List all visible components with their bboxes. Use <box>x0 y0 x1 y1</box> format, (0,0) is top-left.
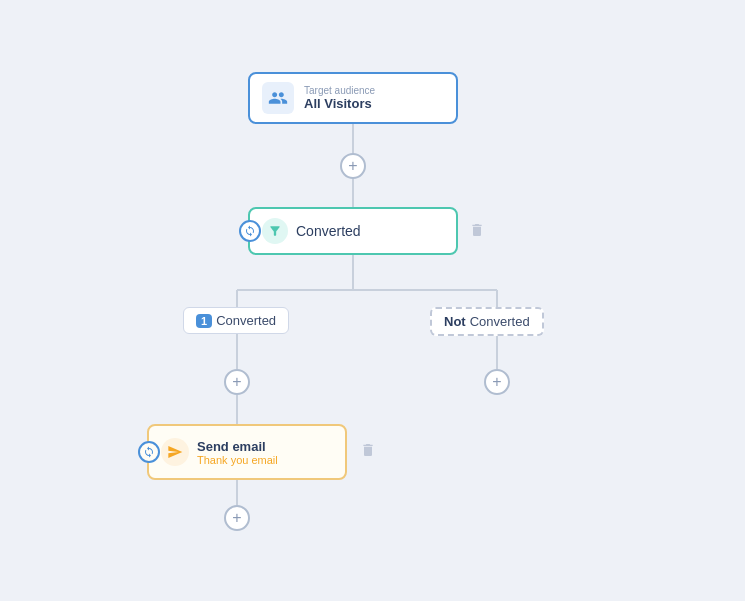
email-label-sub: Thank you email <box>197 454 278 466</box>
not-text: Not <box>444 314 466 329</box>
workflow-canvas: Target audience All Visitors + Converted… <box>0 0 745 601</box>
filter-label: Converted <box>296 223 361 239</box>
cycle-icon-email <box>138 441 160 463</box>
target-label-main: All Visitors <box>304 96 375 111</box>
filter-node[interactable]: Converted <box>248 207 458 255</box>
people-icon-wrap <box>262 82 294 114</box>
target-label-small: Target audience <box>304 85 375 96</box>
email-label-main: Send email <box>197 439 278 454</box>
add-btn-left[interactable]: + <box>224 369 250 395</box>
branch-not-converted[interactable]: Not Converted <box>430 307 544 336</box>
add-btn-1[interactable]: + <box>340 153 366 179</box>
email-text-wrap: Send email Thank you email <box>197 439 278 466</box>
delete-filter-btn[interactable] <box>469 222 485 241</box>
not-converted-label: Converted <box>470 314 530 329</box>
target-text-wrap: Target audience All Visitors <box>304 85 375 111</box>
add-btn-right[interactable]: + <box>484 369 510 395</box>
send-icon <box>167 444 183 460</box>
converted-label: Converted <box>216 313 276 328</box>
cycle-icon-filter <box>239 220 261 242</box>
delete-email-btn[interactable] <box>360 442 376 461</box>
filter-icon-wrap <box>262 218 288 244</box>
target-audience-node[interactable]: Target audience All Visitors <box>248 72 458 124</box>
send-email-node[interactable]: Send email Thank you email <box>147 424 347 480</box>
email-icon-wrap <box>161 438 189 466</box>
add-btn-bottom[interactable]: + <box>224 505 250 531</box>
branch-converted[interactable]: 1 Converted <box>183 307 289 334</box>
converted-count: 1 <box>196 314 212 328</box>
funnel-icon <box>268 224 282 238</box>
people-icon <box>268 88 288 108</box>
